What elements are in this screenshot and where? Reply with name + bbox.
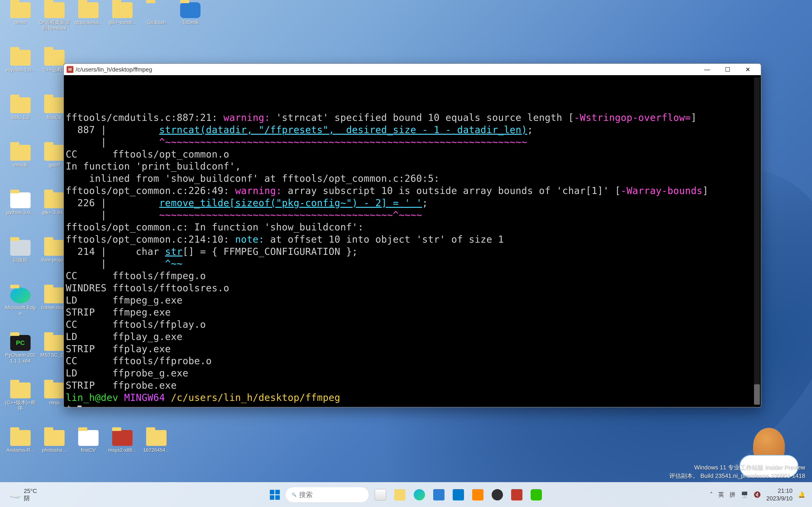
volume-icon[interactable]: 🔇 [754,491,761,498]
weather-temp: 25°C [24,488,37,495]
scrollbar-thumb[interactable] [754,384,760,405]
search-input[interactable] [299,491,362,499]
icon-label: ToDesk [174,19,206,25]
folder-icon [44,430,64,446]
search-icon: 🔍 [292,493,296,497]
close-button[interactable]: ✕ [738,64,758,75]
desktop-icon[interactable]: PCPyCharm 2021.1.1 x64 [5,335,36,364]
folder-icon [44,383,64,398]
start-button[interactable] [267,488,282,502]
scrollbar[interactable] [754,77,760,405]
maximize-button[interactable]: ☐ [717,64,738,75]
explorer-button[interactable] [392,487,408,503]
icon-label: 16726454... [141,447,172,453]
pc-icon: PC [10,335,31,351]
py-icon [10,192,31,208]
terminal-line: | ^~~ [66,258,759,270]
folder-icon [44,240,64,256]
vlc-button[interactable] [470,487,486,503]
network-icon[interactable]: 🖥️ [741,491,748,498]
desktop-icon[interactable]: 16726454... [141,430,172,453]
terminal-line: 214 | char str[] = { FFMPEG_CONFIGURATIO… [66,245,759,258]
terminal-line: In function 'print_buildconf', [66,160,759,172]
desktop-icon[interactable]: SDL-1.2 [5,97,36,120]
ime-mode[interactable]: 拼 [729,491,735,499]
folder-icon [44,50,64,66]
folder-icon [10,50,31,66]
msys-button[interactable] [509,487,525,503]
icon-label: photosho... [39,447,70,453]
icon-label: Git Bash [141,19,172,25]
search-box[interactable]: 🔍 [285,487,369,503]
msys2-icon: M [67,66,73,73]
windows-logo-icon [270,490,280,500]
tray-chevron-icon[interactable]: ˄ [710,491,713,498]
terminal-line: fftools/opt_common.c:226:49: warning: ar… [66,185,759,197]
folder-icon [10,97,31,113]
terminal-line: 226 | remove_tilde[sizeof("pkg-config~")… [66,197,759,209]
weather-widget[interactable]: ☁️ 25°C 阴 [0,488,91,502]
icon-label: SDL-1.2 [5,115,36,120]
py-icon [78,430,99,446]
edge-button[interactable] [411,487,427,503]
weather-cond: 阴 [24,495,37,502]
window-title: /c/users/lin_h/desktop/ffmpeg [76,66,697,73]
folder-icon [44,287,64,303]
watermark-line-1: Windows 11 专业工作站版 Insider Preview [669,463,805,471]
desktop-icon[interactable]: gtk+-bundl... [106,2,138,25]
recycle-icon [10,240,31,256]
terminal-line: STRIP ffplay.exe [66,343,759,355]
terminal-line: WINDRES fftools/fftoolsres.o [66,282,759,294]
desktop-icon[interactable]: firstCV [72,430,104,453]
windows-watermark: Windows 11 专业工作站版 Insider Preview 评估副本。 … [669,463,805,480]
folder-icon [10,430,31,446]
terminal-line: CC fftools/ffmpeg.o [66,270,759,282]
folder-icon [10,145,31,161]
desktop-icon[interactable]: photosho... [39,430,70,453]
terminal-body[interactable]: fftools/cmdutils.c:887:21: warning: 'str… [64,75,761,407]
wechat-button[interactable] [528,487,545,503]
vscode-button[interactable] [450,487,466,503]
desktop-icon[interactable]: vsyasm-1.3... [5,50,36,73]
desktop-icon[interactable]: Microsoft Edge [5,287,36,317]
desktop-icon[interactable]: demo [5,2,36,25]
folder-icon [44,145,64,161]
desktop-icon[interactable]: msys2-x86... [106,430,138,453]
icon-label: emsdk [5,162,36,168]
clock[interactable]: 21:10 2023/9/10 [766,487,793,502]
cursor [78,406,82,407]
taskview-button[interactable] [372,487,389,503]
ime-lang[interactable]: 英 [718,491,724,499]
msys-icon [112,430,133,446]
folder-icon [44,192,64,208]
desktop-icon[interactable]: python-3.9... [5,192,36,216]
icon-label: Andama-R... [5,447,36,453]
desktop-icon[interactable]: 回收站 [5,240,36,263]
icon-label: gtk+-bundl... [106,19,138,25]
icon-label: demo [5,19,36,25]
folder-icon [112,2,133,18]
desktop-icon[interactable]: (C++版本)+程序 [5,383,36,412]
desktop-icon[interactable]: C#远程桌面源码Terminal [39,2,70,32]
terminal-line: | ^~~~~~~~~~~~~~~~~~~~~~~~~~~~~~~~~~~~~~… [66,136,759,148]
icon-label: Microsoft Edge [5,305,36,317]
icon-label: PyCharm 2021.1.1 x64 [5,352,36,364]
desktop-icon[interactable]: qtquickexa... [72,2,104,25]
terminal-line: fftools/opt_common.c:214:10: note: at of… [66,233,759,245]
taskbar[interactable]: ☁️ 25°C 阴 🔍 ˄ 英 拼 🖥️ 🔇 21:10 2023/9/10 [0,482,812,507]
weather-icon: ☁️ [9,489,21,501]
desktop-icon[interactable]: Git Bash [141,2,172,25]
folder-icon [10,383,31,398]
minimize-button[interactable]: — [697,64,717,75]
desktop-icon[interactable]: Andama-R... [5,430,36,453]
store-button[interactable] [431,487,447,503]
icon-label: (C++版本)+程序 [5,400,36,412]
edge-icon [10,287,31,303]
obs-button[interactable] [489,487,505,503]
desktop-icon[interactable]: emsdk [5,145,36,168]
notifications-icon[interactable]: 🔔 [798,491,805,498]
terminal-line: STRIP ffprobe.exe [66,379,759,392]
desktop-icon[interactable]: ToDesk [174,2,206,25]
titlebar[interactable]: M /c/users/lin_h/desktop/ffmpeg — ☐ ✕ [64,64,761,75]
terminal-window[interactable]: M /c/users/lin_h/desktop/ffmpeg — ☐ ✕ ff… [63,63,761,407]
